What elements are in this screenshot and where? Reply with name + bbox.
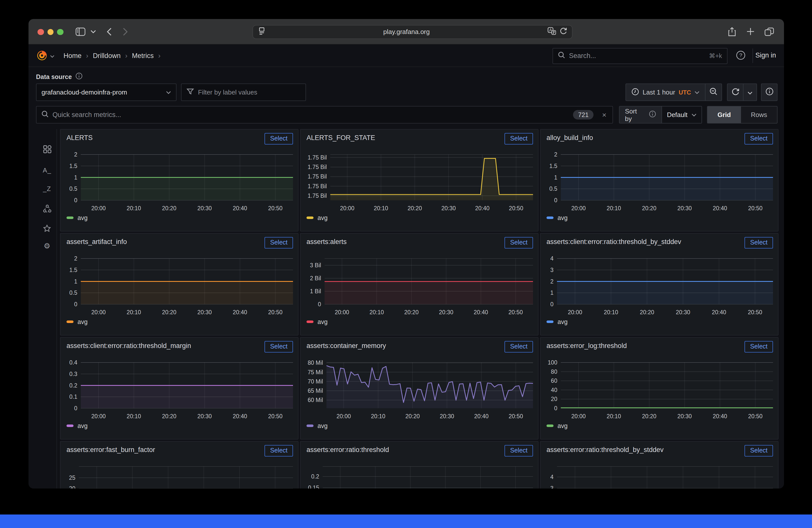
- refresh-interval-dropdown[interactable]: [743, 84, 757, 101]
- refresh-icon: [731, 87, 739, 97]
- svg-text:20:20: 20:20: [162, 413, 176, 419]
- grafana-logo[interactable]: [37, 50, 47, 61]
- panel-grid: ALERTS Select 20:0020:1020:2020:3020:402…: [60, 129, 779, 488]
- svg-text:20:10: 20:10: [127, 205, 141, 211]
- svg-text:2: 2: [554, 151, 557, 158]
- svg-text:20: 20: [551, 396, 557, 402]
- translate-icon[interactable]: A: [548, 27, 556, 37]
- breadcrumb: Home›Drilldown›Metrics›: [63, 52, 160, 59]
- panel-legend[interactable]: avg: [547, 422, 567, 429]
- breadcrumb-item[interactable]: Home: [63, 52, 82, 59]
- data-source-select[interactable]: grafanacloud-demoinfra-prom: [36, 84, 176, 101]
- metric-panel: asserts:container_memory Select 20:0020:…: [300, 337, 538, 439]
- gear-icon: ⚙: [44, 241, 50, 250]
- panel-chart[interactable]: 20:0020:1020:2020:3020:4020:5021.510.50: [60, 129, 299, 231]
- label-filter-input[interactable]: Filter by label values: [181, 84, 306, 101]
- svg-text:20:10: 20:10: [374, 205, 388, 211]
- svg-text:20:20: 20:20: [642, 413, 656, 419]
- panel-chart[interactable]: 20:0020:1020:2020:3020:4020:5021.510.50: [60, 233, 299, 335]
- forward-button[interactable]: [119, 19, 130, 44]
- svg-text:20:00: 20:00: [340, 205, 354, 211]
- svg-text:1: 1: [74, 278, 77, 284]
- address-bar[interactable]: play.grafana.org A: [252, 25, 572, 39]
- svg-text:60: 60: [551, 377, 557, 384]
- panel-chart[interactable]: 20:0020:1020:2020:3020:4020:5080 Mil75 M…: [301, 337, 538, 439]
- panel-chart[interactable]: 20:0020:1020:2020:3020:4020:500.20.150.1: [301, 441, 538, 488]
- rail-button-gear[interactable]: ⚙: [38, 238, 57, 253]
- breadcrumb-item[interactable]: Drilldown: [93, 52, 120, 59]
- quick-search-input[interactable]: Quick search metrics... 721 ×: [36, 106, 613, 123]
- window-controls: [38, 29, 63, 35]
- apps-icon: [42, 145, 52, 154]
- svg-text:20:00: 20:00: [336, 413, 351, 419]
- minimize-window-button[interactable]: [47, 29, 54, 35]
- panel-chart[interactable]: 20:0020:1020:2020:3020:4020:50252015: [60, 441, 299, 488]
- svg-text:2 Bil: 2 Bil: [310, 275, 321, 281]
- legend-label: avg: [77, 422, 87, 429]
- svg-text:20:50: 20:50: [748, 309, 762, 315]
- svg-text:20:40: 20:40: [713, 205, 727, 211]
- screen: play.grafana.org A: [0, 0, 812, 528]
- panel-legend[interactable]: avg: [306, 422, 328, 429]
- rail-button-sort-za[interactable]: _Z: [38, 181, 57, 196]
- search-icon: [558, 52, 565, 60]
- help-button[interactable]: ?: [736, 50, 745, 62]
- sidebar-toggle-button[interactable]: [73, 19, 87, 44]
- page-info-button[interactable]: [761, 84, 778, 101]
- panel-chart[interactable]: 20:0020:1020:2020:3020:4020:501.75 Bil1.…: [301, 129, 538, 231]
- rail-button-star[interactable]: [38, 221, 57, 236]
- legend-swatch: [547, 217, 553, 219]
- search-placeholder: Search...: [569, 52, 705, 60]
- sort-select[interactable]: Default: [662, 106, 701, 123]
- panel-chart[interactable]: 20:0020:1020:2020:3020:4020:500.40.30.20…: [60, 337, 299, 439]
- sidebar-menu-button[interactable]: [88, 19, 98, 44]
- svg-text:20:20: 20:20: [642, 205, 656, 211]
- time-range-picker[interactable]: Last 1 hour UTC: [626, 84, 706, 101]
- panel-chart[interactable]: 20:0020:1020:2020:3020:4020:501008060402…: [540, 337, 779, 439]
- new-tab-button[interactable]: [744, 19, 756, 44]
- panel-chart[interactable]: 20:0020:1020:2020:3020:4020:50432: [540, 441, 779, 488]
- svg-text:65 Mil: 65 Mil: [308, 387, 323, 394]
- svg-text:20:20: 20:20: [640, 309, 654, 315]
- search-input[interactable]: Search... ⌘+k: [552, 48, 727, 64]
- panel-legend[interactable]: avg: [547, 318, 567, 325]
- panel-legend[interactable]: avg: [67, 422, 87, 429]
- svg-text:20:40: 20:40: [475, 205, 490, 211]
- legend-label: avg: [77, 214, 87, 221]
- info-icon[interactable]: [75, 73, 82, 81]
- panel-legend[interactable]: avg: [306, 318, 328, 325]
- panel-legend[interactable]: avg: [306, 214, 328, 221]
- sort-control: Sort by Default: [619, 106, 702, 123]
- svg-text:20:40: 20:40: [233, 205, 247, 211]
- reload-icon[interactable]: [560, 27, 567, 37]
- svg-text:20:00: 20:00: [91, 413, 106, 419]
- rail-button-related-metrics[interactable]: [38, 201, 57, 216]
- info-icon[interactable]: [649, 111, 656, 119]
- rail-button-apps[interactable]: [38, 142, 57, 157]
- zoom-out-button[interactable]: [706, 84, 722, 101]
- view-toggle-rows[interactable]: Rows: [741, 106, 777, 123]
- svg-text:80 Mil: 80 Mil: [308, 359, 323, 366]
- refresh-button[interactable]: [727, 84, 743, 101]
- tab-overview-button[interactable]: [763, 19, 775, 44]
- svg-text:20:50: 20:50: [268, 309, 282, 315]
- view-toggle-grid[interactable]: Grid: [708, 106, 741, 123]
- legend-swatch: [67, 321, 73, 323]
- panel-chart[interactable]: 20:0020:1020:2020:3020:4020:503 Bil2 Bil…: [301, 233, 538, 335]
- svg-text:20:30: 20:30: [439, 309, 453, 315]
- zoom-window-button[interactable]: [57, 29, 63, 35]
- close-icon[interactable]: ×: [602, 111, 607, 118]
- panel-chart[interactable]: 20:0020:1020:2020:3020:4020:5021.510.50: [540, 129, 779, 231]
- share-button[interactable]: [726, 19, 738, 44]
- breadcrumb-item[interactable]: Metrics: [132, 52, 154, 59]
- panel-legend[interactable]: avg: [67, 318, 87, 325]
- panel-legend[interactable]: avg: [547, 214, 567, 221]
- org-switcher-chevron-icon[interactable]: [50, 51, 55, 60]
- panel-chart[interactable]: 20:0020:1020:2020:3020:4020:5043210: [540, 233, 779, 335]
- chevron-down-icon: [166, 88, 171, 96]
- panel-legend[interactable]: avg: [67, 214, 87, 221]
- rail-button-sort-az[interactable]: A_: [38, 162, 57, 177]
- close-window-button[interactable]: [38, 29, 44, 35]
- sign-in-button[interactable]: Sign in: [755, 52, 776, 59]
- back-button[interactable]: [103, 19, 115, 44]
